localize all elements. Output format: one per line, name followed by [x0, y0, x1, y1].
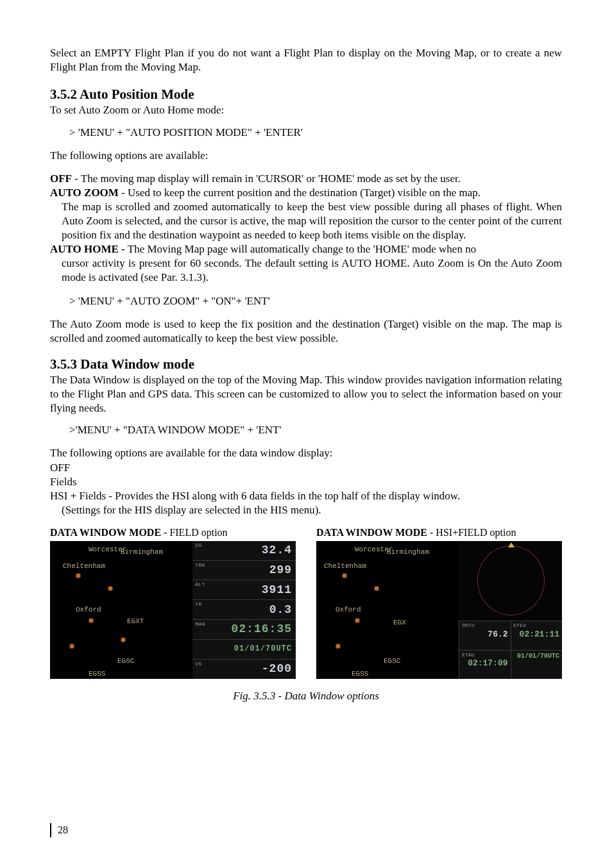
figure-right-title: DATA WINDOW MODE - HSI+FIELD option: [316, 526, 562, 540]
data-row-label: GS: [195, 542, 202, 549]
map-area-right: Worcester Birmingham Cheltenham Oxford E…: [316, 541, 459, 679]
data-row-value: -200: [262, 662, 292, 676]
compass-icon: [477, 546, 545, 615]
data-window-option-hsi-text: HSI + Fields - Provides the HSI along wi…: [50, 490, 460, 502]
page-number: 28: [50, 823, 68, 837]
option-auto-home-continuation: cursor activity is present for 60 second…: [50, 256, 562, 285]
map-label: Cheltenham: [63, 562, 105, 571]
auto-zoom-tail: The Auto Zoom mode is used to keep the f…: [50, 317, 562, 346]
data-row-label: TRK: [195, 562, 205, 569]
map-label: Oxford: [76, 605, 101, 614]
data-window-option-off: OFF: [50, 461, 562, 475]
data-window-option-fields: Fields: [50, 475, 562, 489]
map-label: EGXT: [127, 617, 144, 626]
map-label: EGSC: [117, 656, 134, 665]
data-row-label: MAN: [195, 621, 205, 628]
map-marker-icon: [342, 573, 347, 578]
menu-command-2: > 'MENU' + "AUTO ZOOM" + "ON"+ 'ENT': [69, 294, 562, 308]
data-row-value: 299: [269, 563, 292, 578]
figure-left-title: DATA WINDOW MODE - FIELD option: [50, 526, 296, 540]
data-row-value: 32.4: [262, 543, 292, 558]
data-row: TR0.3: [192, 599, 296, 619]
options-available-line: The following options are available:: [50, 149, 562, 163]
data-row-value: 01/01/70UTC: [234, 644, 292, 655]
document-page: Select an EMPTY Flight Plan if you do no…: [0, 0, 612, 868]
data-row-value: 3911: [262, 583, 292, 597]
map-marker-icon: [121, 637, 126, 642]
option-auto-zoom-label: AUTO ZOOM: [50, 187, 119, 199]
map-label: EGSS: [89, 669, 105, 678]
map-marker-icon: [374, 586, 379, 591]
map-marker-icon: [108, 586, 113, 591]
data-row: VS-200: [192, 659, 296, 679]
data-row: TRK299: [192, 560, 296, 580]
option-auto-home-text: - The Moving Map page will automatically…: [119, 243, 476, 255]
data-row-label: ALT: [195, 581, 205, 588]
figures-row: DATA WINDOW MODE - FIELD option Worceste…: [50, 526, 562, 679]
map-label: Birmingham: [121, 547, 163, 556]
figure-left-title-bold: DATA WINDOW MODE: [50, 527, 161, 538]
data-row-label: TR: [195, 601, 202, 608]
figure-caption: Fig. 3.5.3 - Data Window options: [50, 689, 562, 703]
figure-right-title-bold: DATA WINDOW MODE: [316, 527, 427, 538]
option-auto-zoom-text: - Used to keep the current position and …: [119, 187, 480, 199]
intro-paragraph: Select an EMPTY Flight Plan if you do no…: [50, 46, 562, 74]
data-cell: 01/01/70UTC: [511, 650, 562, 679]
data-window-intro: The Data Window is displayed on the top …: [50, 373, 562, 415]
option-off-text: - The moving map display will remain in …: [72, 172, 461, 185]
data-cell: DSTd76.2: [459, 621, 510, 649]
data-window-options-intro: The following options are available for …: [50, 446, 562, 460]
map-marker-icon: [355, 618, 360, 623]
figure-right: DATA WINDOW MODE - HSI+FIELD option Worc…: [316, 526, 562, 679]
data-row: 01/01/70UTC: [192, 639, 296, 659]
menu-command-1: > 'MENU' + "AUTO POSITION MODE" + 'ENTER…: [69, 126, 562, 140]
heading-3-5-3: 3.5.3 Data Window mode: [50, 356, 562, 373]
auto-position-subline: To set Auto Zoom or Auto Home mode:: [50, 103, 562, 117]
hsi-panel: [459, 541, 562, 621]
info-grid-right: DSTd76.2 ETEd02:21:11 ETAd02:17:09 01/01…: [459, 621, 562, 678]
map-label: Birmingham: [387, 547, 429, 556]
data-cell-label: ETEd: [514, 622, 559, 629]
option-auto-home-label: AUTO HOME: [50, 243, 119, 255]
option-auto-zoom-continuation: The map is scrolled and zoomed automatic…: [50, 200, 562, 242]
data-row: MAN02:16:35: [192, 619, 296, 639]
option-auto-zoom: AUTO ZOOM - Used to keep the current pos…: [50, 186, 562, 242]
figure-left: DATA WINDOW MODE - FIELD option Worceste…: [50, 526, 296, 679]
map-label: Cheltenham: [324, 562, 366, 571]
data-row: GS32.4: [192, 541, 296, 560]
data-cell-value: 02:21:11: [514, 630, 559, 640]
figure-right-title-rest: - HSI+FIELD option: [427, 527, 516, 538]
map-marker-icon: [76, 573, 81, 578]
data-cell-value: 76.2: [462, 630, 507, 640]
figure-left-title-rest: - FIELD option: [161, 527, 228, 538]
map-label: EGSS: [352, 669, 368, 678]
data-row-label: VS: [195, 661, 202, 667]
data-pane-left: GS32.4 TRK299 ALT3911 TR0.3 MAN02:16:35 …: [192, 541, 296, 679]
data-cell: ETAd02:17:09: [459, 650, 510, 679]
menu-command-3: >'MENU' + "DATA WINDOW MODE" + 'ENT': [69, 423, 562, 437]
data-cell-label: DSTd: [462, 622, 507, 629]
option-auto-home: AUTO HOME - The Moving Map page will aut…: [50, 242, 562, 285]
data-row-value: 02:16:35: [232, 622, 292, 637]
data-window-option-his-cont: (Settings for the HIS display are select…: [50, 503, 562, 517]
data-cell-label: ETAd: [462, 652, 507, 658]
data-row-value: 0.3: [269, 603, 292, 617]
map-area-left: Worcester Birmingham Cheltenham Oxford E…: [50, 541, 192, 679]
option-off-label: OFF: [50, 172, 72, 185]
map-label: Oxford: [336, 605, 361, 614]
option-off: OFF - The moving map display will remain…: [50, 172, 562, 186]
data-cell-value: 01/01/70UTC: [514, 652, 559, 660]
data-cell-value: 02:17:09: [462, 658, 507, 669]
data-row: ALT3911: [192, 580, 296, 599]
map-marker-icon: [89, 618, 94, 623]
map-marker-icon: [336, 644, 341, 649]
heading-3-5-2: 3.5.2 Auto Position Mode: [50, 86, 562, 103]
data-cell: ETEd02:21:11: [511, 621, 562, 649]
data-window-option-hsi: HSI + Fields - Provides the HSI along wi…: [50, 489, 562, 517]
screenshot-hsi-field-option: Worcester Birmingham Cheltenham Oxford E…: [316, 541, 562, 679]
map-label: EGSC: [384, 656, 400, 665]
screenshot-field-option: Worcester Birmingham Cheltenham Oxford E…: [50, 541, 296, 679]
map-label: EGX: [393, 618, 406, 627]
map-marker-icon: [69, 644, 74, 649]
